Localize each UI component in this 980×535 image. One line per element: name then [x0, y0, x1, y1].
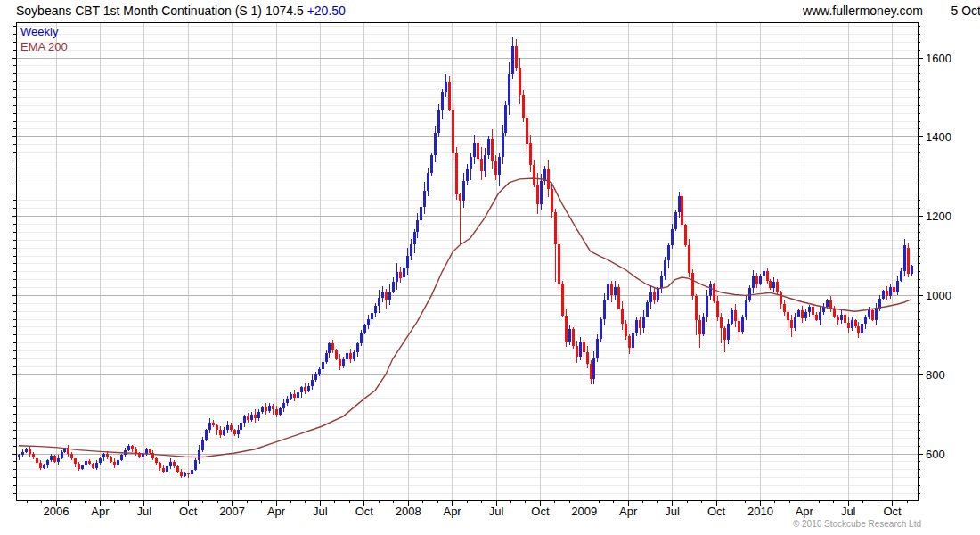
candle-body	[381, 292, 384, 298]
candle-body	[837, 317, 839, 320]
candle-body	[844, 315, 846, 323]
candle-body	[484, 155, 486, 171]
candle-body	[857, 326, 860, 333]
candle-body	[176, 466, 179, 471]
candle-body	[889, 287, 892, 297]
candle-body	[328, 343, 331, 353]
candle-body	[709, 284, 712, 296]
candle-body	[250, 415, 253, 421]
candle-body	[279, 408, 282, 415]
candle-body	[434, 133, 437, 154]
candle-body	[875, 309, 878, 320]
candle-body	[233, 430, 236, 433]
candle-body	[392, 282, 395, 292]
candle-body	[410, 244, 412, 256]
candle-body	[752, 276, 755, 288]
candle-body	[596, 339, 599, 358]
candle-body	[95, 463, 98, 468]
candle-body	[339, 359, 341, 366]
candle-body	[745, 300, 747, 317]
candle-body	[896, 281, 899, 292]
candle-body	[586, 352, 589, 364]
candle-body	[815, 315, 818, 320]
x-tick-label: 2006	[44, 505, 69, 518]
candle-body	[763, 271, 765, 276]
candle-body	[78, 464, 80, 469]
candle-body	[808, 307, 811, 312]
candle-body	[448, 82, 451, 110]
x-tick-label: 2007	[219, 505, 245, 518]
x-tick-label: Oct	[883, 505, 902, 518]
candle-body	[212, 423, 215, 426]
candle-body	[219, 430, 222, 434]
candle-body	[356, 343, 359, 352]
candle-body	[406, 256, 409, 268]
candle-body	[515, 46, 518, 68]
candle-body	[702, 317, 705, 334]
candle-body	[307, 386, 310, 391]
candle-body	[819, 312, 821, 320]
candle-body	[614, 287, 617, 296]
candle-body	[893, 287, 895, 292]
x-tick-label: Jul	[136, 505, 151, 518]
candle-body	[110, 457, 112, 462]
x-tick-label: Apr	[443, 505, 461, 518]
candle-body	[194, 460, 197, 470]
legend-ema-200: EMA 200	[20, 40, 68, 54]
candle-body	[155, 458, 158, 463]
candle-body	[92, 464, 94, 467]
candle-body	[470, 157, 472, 169]
candle-body	[617, 287, 620, 309]
candle-body	[85, 461, 87, 465]
y-tick-label: 1200	[926, 210, 951, 223]
candle-body	[459, 194, 461, 201]
candle-body	[286, 399, 289, 403]
candle-body	[240, 423, 242, 430]
candle-body	[519, 68, 521, 95]
candle-body	[625, 324, 627, 335]
candle-body	[632, 333, 634, 348]
candle-body	[226, 425, 229, 429]
candle-body	[413, 232, 416, 243]
candle-body	[162, 468, 165, 472]
candle-body	[272, 406, 274, 409]
candle-body	[88, 461, 91, 464]
candle-body	[851, 320, 853, 328]
candle-body	[342, 359, 345, 366]
candle-body	[268, 406, 271, 411]
candle-body	[590, 364, 592, 379]
y-tick-label: 600	[926, 448, 945, 461]
x-tick-label: Oct	[531, 505, 550, 518]
candle-body	[198, 450, 200, 460]
chart-page: { "header": { "title": "Soybeans CBT 1st…	[0, 0, 980, 535]
candle-body	[526, 118, 528, 144]
x-tick-label: 2008	[396, 505, 421, 518]
candle-body	[868, 310, 870, 316]
candle-body	[106, 454, 109, 457]
candle-body	[480, 159, 483, 170]
candle-body	[804, 312, 807, 318]
x-tick-label: Oct	[179, 505, 198, 518]
candle-body	[903, 245, 906, 271]
candle-body	[681, 196, 683, 225]
candle-body	[423, 191, 426, 207]
candle-body	[667, 245, 670, 261]
candle-body	[664, 260, 666, 276]
candle-body	[491, 139, 494, 160]
candle-body	[462, 181, 465, 201]
candle-body	[466, 169, 469, 180]
candle-body	[452, 110, 454, 153]
candle-body	[455, 153, 458, 195]
candle-body	[318, 369, 321, 375]
candle-body	[603, 300, 606, 319]
candle-body	[646, 302, 649, 316]
y-tick-label: 1400	[926, 130, 951, 144]
candle-body	[430, 155, 433, 173]
candle-body	[886, 291, 888, 296]
candle-body	[776, 282, 779, 292]
candle-body	[554, 212, 557, 244]
x-tick-label: Jul	[313, 505, 328, 518]
candle-body	[403, 268, 405, 277]
candle-body	[592, 358, 595, 379]
candle-body	[536, 185, 539, 204]
